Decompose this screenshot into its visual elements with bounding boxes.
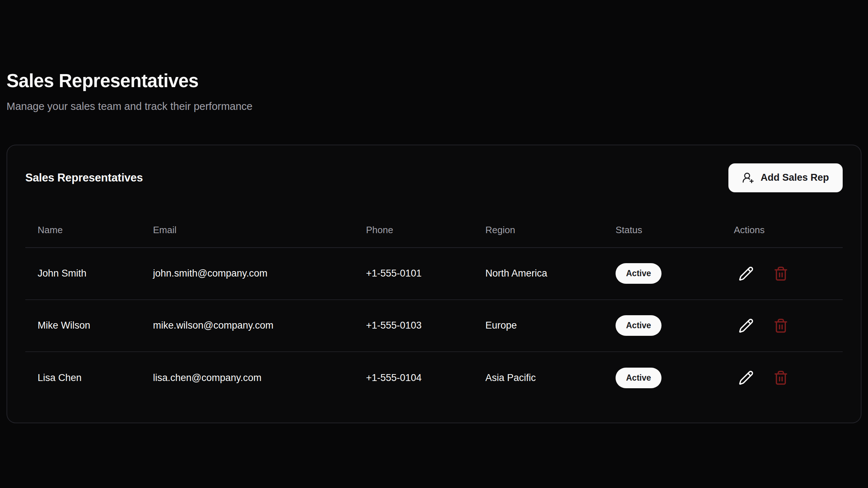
page: Sales Representatives Manage your sales …: [0, 0, 868, 423]
status-badge: Active: [616, 368, 661, 388]
rep-name: Lisa Chen: [25, 352, 153, 404]
rep-phone: +1-555-0103: [366, 300, 485, 352]
row-actions: [734, 315, 843, 337]
add-sales-rep-button[interactable]: Add Sales Rep: [728, 163, 843, 192]
rep-region: Asia Pacific: [485, 352, 616, 404]
pencil-icon: [739, 370, 754, 385]
column-header-region: Region: [485, 213, 616, 248]
trash-icon: [773, 370, 788, 385]
table-row: Mike Wilson mike.wilson@company.com +1-5…: [25, 300, 843, 352]
rep-email: lisa.chen@company.com: [153, 352, 366, 404]
edit-button[interactable]: [735, 315, 757, 337]
pencil-icon: [739, 266, 754, 281]
page-subtitle: Manage your sales team and track their p…: [7, 100, 861, 114]
page-title: Sales Representatives: [7, 0, 861, 92]
rep-region: Europe: [485, 300, 616, 352]
rep-email: john.smith@company.com: [153, 248, 366, 300]
rep-phone: +1-555-0104: [366, 352, 485, 404]
table-row: Lisa Chen lisa.chen@company.com +1-555-0…: [25, 352, 843, 404]
add-sales-rep-label: Add Sales Rep: [761, 172, 829, 183]
column-header-actions: Actions: [734, 213, 843, 248]
rep-name: Mike Wilson: [25, 300, 153, 352]
row-actions: [734, 263, 843, 284]
rep-name: John Smith: [25, 248, 153, 300]
delete-button[interactable]: [770, 315, 792, 337]
column-header-name: Name: [25, 213, 153, 248]
status-badge: Active: [616, 315, 661, 336]
rep-region: North America: [485, 248, 616, 300]
sales-reps-table: Name Email Phone Region Status Actions J…: [25, 213, 843, 404]
column-header-phone: Phone: [366, 213, 485, 248]
edit-button[interactable]: [735, 367, 757, 389]
trash-icon: [773, 318, 788, 333]
rep-email: mike.wilson@company.com: [153, 300, 366, 352]
table-row: John Smith john.smith@company.com +1-555…: [25, 248, 843, 300]
user-plus-icon: [742, 172, 754, 184]
row-actions: [734, 367, 843, 389]
delete-button[interactable]: [770, 367, 792, 389]
status-badge: Active: [616, 263, 661, 284]
column-header-email: Email: [153, 213, 366, 248]
card-title: Sales Representatives: [25, 171, 143, 184]
card-header: Sales Representatives Add Sales Rep: [25, 163, 843, 192]
rep-phone: +1-555-0101: [366, 248, 485, 300]
trash-icon: [773, 266, 788, 281]
delete-button[interactable]: [770, 263, 792, 284]
edit-button[interactable]: [735, 263, 757, 284]
column-header-status: Status: [616, 213, 734, 248]
pencil-icon: [739, 318, 754, 333]
sales-representatives-card: Sales Representatives Add Sales Rep: [7, 145, 861, 423]
table-header-row: Name Email Phone Region Status Actions: [25, 213, 843, 248]
